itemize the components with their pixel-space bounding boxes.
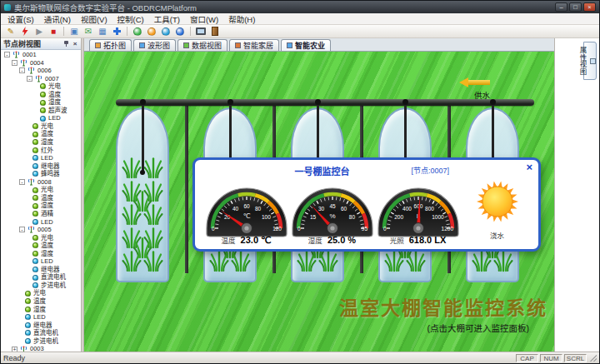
sensor-bulb-icon — [32, 123, 38, 129]
tree-node-0001[interactable]: -0001 — [1, 51, 81, 59]
status-indicator-cap: CAP — [516, 354, 538, 362]
menu-item-1[interactable]: 通讯(N) — [39, 13, 76, 25]
tree-sensor[interactable]: 步进电机 — [1, 337, 81, 346]
lightning-icon[interactable] — [19, 26, 31, 37]
tree-expander-icon[interactable]: - — [4, 52, 10, 57]
tree-sensor[interactable]: 超声波 — [1, 107, 81, 115]
tree-sensor[interactable]: 步进电机 — [1, 282, 81, 290]
tree-node-0008[interactable]: -0008 — [1, 178, 81, 187]
tree-expander-icon[interactable]: - — [19, 179, 25, 185]
tab-label: 智能农业 — [295, 40, 325, 51]
tab-label: 智能家居 — [243, 40, 273, 51]
panel-close-icon[interactable]: × — [72, 40, 78, 47]
tree-item-label: 继电器 — [33, 322, 52, 329]
dialog-close-icon[interactable]: × — [526, 162, 532, 172]
tree-sensor[interactable]: 湿度 — [1, 306, 81, 314]
tree-node-0005[interactable]: -0005 — [1, 226, 81, 234]
stop-icon[interactable]: ■ — [48, 26, 59, 37]
tree-node-0003[interactable]: +0003 — [1, 345, 81, 352]
tree-item-label: 超声波 — [48, 107, 68, 114]
gauge-humidity: 0153045608095%湿度25.0 % — [289, 176, 375, 245]
data-grid-icon[interactable]: ▦ — [97, 26, 108, 37]
tree-sensor[interactable]: 直流电机 — [1, 329, 81, 337]
tree-node-0004[interactable]: -0004 — [1, 59, 81, 67]
tree-expander-icon[interactable]: - — [12, 60, 18, 66]
badge-teal-icon[interactable] — [160, 26, 172, 37]
gauge-temperature: 020406080100120℃温度23.0 ℃ — [203, 176, 289, 246]
tree-sensor[interactable]: LED — [1, 217, 81, 226]
tree-expander-icon[interactable]: - — [19, 227, 25, 232]
menu-item-5[interactable]: 窗口(W) — [185, 13, 223, 25]
globe-green-icon[interactable] — [132, 26, 143, 37]
tree-item-label: 步进电机 — [33, 338, 58, 345]
tree-sensor[interactable]: 湿度 — [1, 202, 81, 210]
status-ready: Ready — [3, 354, 514, 362]
tab-topology[interactable]: 拓扑图 — [89, 39, 132, 51]
sensor-bulb-icon — [25, 307, 31, 312]
tree-sensor[interactable]: 光电 — [1, 82, 81, 91]
tab-dataview[interactable]: 数据视图 — [178, 39, 228, 51]
tree-sensor[interactable]: 继电器 — [1, 322, 81, 330]
exit-door-icon[interactable] — [209, 26, 221, 37]
tree-sensor[interactable]: LED — [1, 257, 81, 266]
sensor-bulb-icon — [32, 282, 38, 288]
tree-sensor[interactable]: 酒精 — [1, 210, 81, 218]
status-indicator-scrl: SCRL — [564, 354, 587, 362]
tree-node-0006[interactable]: -0006 — [1, 67, 81, 75]
tree-sensor[interactable]: 直流电机 — [1, 273, 81, 282]
tree-sensor[interactable]: LED — [1, 154, 81, 162]
properties-panel-tab[interactable]: 属性视图 — [583, 42, 597, 80]
tab-label: 波形图 — [148, 40, 170, 51]
tab-smart-home[interactable]: 智能家居 — [229, 39, 279, 51]
tree-sensor[interactable]: LED — [1, 114, 81, 122]
tree-sensor[interactable]: 继电器 — [1, 266, 81, 274]
monitor-icon[interactable] — [195, 26, 207, 37]
svg-text:15: 15 — [309, 214, 316, 220]
tree-sensor[interactable]: 湿度 — [1, 98, 81, 107]
minimize-button[interactable]: – — [555, 2, 568, 12]
info-icon[interactable] — [174, 26, 186, 37]
antenna-icon — [27, 178, 36, 186]
close-button[interactable]: × — [583, 2, 596, 12]
badge-orange-icon[interactable] — [146, 26, 158, 37]
tab-smart-agriculture[interactable]: 智能农业 — [281, 39, 331, 51]
menu-item-4[interactable]: 工具(T) — [149, 13, 185, 25]
node-tree-panel: 节点树视图 × -0001-0004-0006-0007光电温度湿度超声波LED… — [1, 38, 82, 352]
menu-item-3[interactable]: 控制(C) — [112, 13, 149, 25]
menu-item-0[interactable]: 设置(S) — [2, 13, 39, 25]
tree-sensor[interactable]: 湿度 — [1, 250, 81, 258]
tree-node-0007[interactable]: -0007 — [1, 75, 81, 83]
tree-sensor[interactable]: 温度 — [1, 91, 81, 99]
tree-sensor[interactable]: 蜂鸣器 — [1, 170, 81, 178]
watering-control[interactable]: 浇水 — [461, 176, 533, 240]
tree-sensor[interactable]: 温度 — [1, 242, 81, 250]
menu-item-2[interactable]: 视图(V) — [76, 13, 112, 25]
cascade-windows-icon[interactable]: ▣ — [68, 26, 80, 37]
tree-sensor[interactable]: 光电 — [1, 234, 81, 242]
maximize-button[interactable]: □ — [569, 2, 582, 12]
run-icon[interactable]: ▶ — [33, 26, 45, 37]
tree-sensor[interactable]: 温度 — [1, 297, 81, 306]
dialog-header: 一号棚监控台 [节点:0007] × — [195, 160, 538, 176]
resize-grip-icon[interactable] — [589, 354, 597, 362]
pipe-junction — [140, 99, 146, 105]
tree-sensor[interactable]: 温度 — [1, 130, 81, 138]
menu-item-6[interactable]: 帮助(H) — [223, 13, 260, 25]
tab-waveform[interactable]: 波形图 — [133, 39, 176, 51]
sensor-bulb-icon — [32, 155, 38, 161]
sensor-bulb-icon — [25, 338, 31, 344]
tree-sensor[interactable]: 红外 — [1, 147, 81, 155]
tree-sensor[interactable]: 继电器 — [1, 162, 81, 171]
mail-icon[interactable]: ✉ — [82, 26, 94, 37]
tree-sensor[interactable]: 温度 — [1, 194, 81, 202]
tree-sensor[interactable]: 光电 — [1, 186, 81, 194]
edit-pencil-icon[interactable]: ✎ — [5, 26, 17, 37]
tree-sensor[interactable]: 湿度 — [1, 138, 81, 147]
tree-sensor[interactable]: LED — [1, 313, 81, 322]
tree-expander-icon[interactable]: - — [19, 67, 25, 73]
tree-expander-icon[interactable]: - — [27, 76, 32, 82]
tree-sensor[interactable]: 光电 — [1, 289, 81, 297]
status-indicator-num: NUM — [540, 354, 562, 362]
pin-icon[interactable] — [63, 40, 69, 47]
anchor-icon[interactable] — [111, 26, 122, 37]
